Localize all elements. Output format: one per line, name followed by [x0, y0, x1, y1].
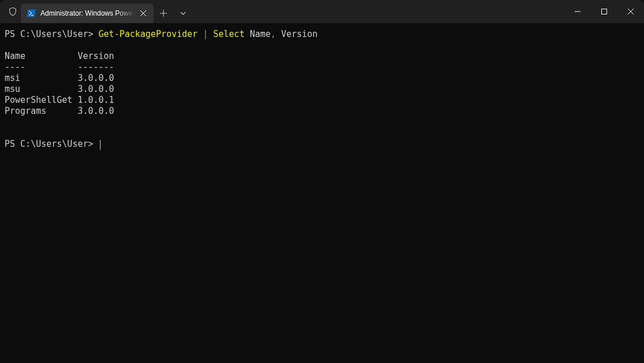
tab-close-button[interactable] — [139, 9, 148, 18]
powershell-icon — [27, 9, 36, 18]
output-row: msi 3.0.0.0 — [5, 73, 114, 83]
arg-token: Version — [281, 29, 318, 39]
maximize-button[interactable] — [591, 0, 617, 23]
tab-powershell[interactable]: Administrator: Windows PowerShell — [21, 3, 154, 23]
comma-token: , — [271, 29, 281, 39]
command-token: Select — [213, 29, 250, 39]
output-row: msu 3.0.0.0 — [5, 84, 114, 94]
prompt: PS C:\Users\User> — [5, 29, 99, 39]
output-row: PowerShellGet 1.0.0.1 — [5, 95, 114, 105]
cursor — [100, 140, 100, 150]
svg-rect-5 — [602, 9, 607, 14]
titlebar-left: Administrator: Windows PowerShell — [0, 0, 193, 23]
window-controls — [564, 0, 644, 23]
new-tab-button[interactable] — [154, 3, 173, 23]
close-button[interactable] — [617, 0, 644, 23]
prompt: PS C:\Users\User> — [5, 139, 99, 149]
command-token: Get-PackageProvider — [99, 29, 203, 39]
tab-title: Administrator: Windows PowerShell — [40, 9, 136, 17]
output-divider: ---- ------- — [5, 62, 114, 72]
titlebar: Administrator: Windows PowerShell — [0, 0, 644, 23]
arg-token: Name — [250, 29, 270, 39]
shield-icon — [5, 0, 21, 23]
output-header: Name Version — [5, 51, 114, 61]
output-row: Programs 3.0.0.0 — [5, 106, 114, 116]
tab-dropdown-button[interactable] — [173, 3, 193, 23]
terminal-area[interactable]: PS C:\Users\User> Get-PackageProvider | … — [0, 23, 644, 363]
pipe-token: | — [203, 29, 213, 39]
minimize-button[interactable] — [564, 0, 591, 23]
